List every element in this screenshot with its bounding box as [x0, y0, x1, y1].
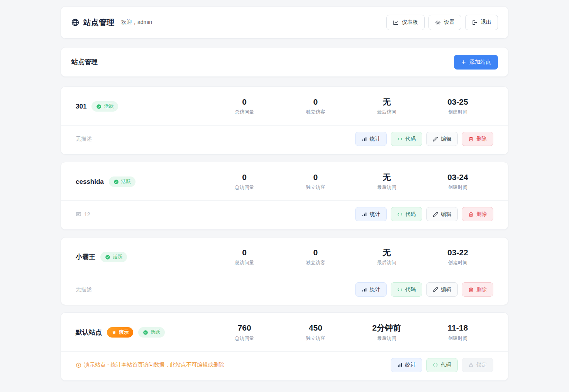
settings-button-label: 设置	[444, 19, 455, 26]
site-name: cesshida	[76, 178, 104, 186]
site-description-text: 演示站点 - 统计本站首页访问数据，此站点不可编辑或删除	[84, 361, 224, 368]
site-description: 12	[76, 211, 90, 217]
stat-label: 创建时间	[422, 260, 493, 266]
stat-value: 03-24	[422, 173, 493, 182]
code-button[interactable]: 代码	[391, 282, 422, 297]
code-button[interactable]: 代码	[391, 132, 422, 146]
demo-badge-label: 演示	[119, 329, 129, 336]
code-button[interactable]: 代码	[426, 358, 458, 372]
stats-button-label: 统计	[405, 361, 416, 368]
stat-label: 总访问量	[209, 109, 280, 115]
page-container: 站点管理 欢迎，admin 仪表板	[61, 0, 508, 381]
stat-label: 独立访客	[280, 335, 351, 342]
pencil-icon	[433, 136, 438, 142]
stat-value: 无	[351, 248, 422, 257]
delete-button-label: 删除	[476, 136, 487, 143]
stat-value: 0	[209, 248, 280, 257]
stat-value: 0	[280, 173, 351, 182]
stat-label: 独立访客	[280, 184, 351, 191]
header-actions: 仪表板 设置	[386, 15, 498, 30]
site-list-toolbar: 站点管理 添加站点	[61, 47, 508, 77]
stat-label: 最后访问	[351, 109, 422, 115]
site-card-bottom: 演示站点 - 统计本站首页访问数据，此站点不可编辑或删除 统计 代码 锁定	[61, 351, 508, 380]
site-name: 默认站点	[76, 328, 102, 337]
stat-label: 创建时间	[422, 109, 493, 115]
check-circle-icon	[143, 330, 148, 335]
gear-icon	[435, 20, 441, 25]
site-card: 小霸王 活跃 0总访问量 0独立访客 无最后访问 03-22创建时间 无描述	[61, 237, 508, 305]
stat-value: 无	[351, 97, 422, 107]
stats-button[interactable]: 统计	[355, 282, 387, 297]
stat-value: 760	[209, 323, 280, 333]
stat-value: 0	[280, 248, 351, 257]
site-card-top: cesshida 活跃 0总访问量 0独立访客 无最后访问 03-24创建时间	[61, 162, 508, 200]
stat-value: 无	[351, 173, 422, 182]
status-badge-label: 活跃	[113, 254, 122, 260]
stat-value: 450	[280, 323, 351, 333]
code-icon	[397, 136, 403, 142]
site-card-bottom: 12 统计 代码 编辑 删除	[61, 200, 508, 229]
check-circle-icon	[96, 104, 102, 109]
stat-label: 最后访问	[351, 184, 422, 191]
stat-label: 创建时间	[422, 184, 493, 191]
site-name: 小霸王	[76, 253, 95, 261]
stat-label: 独立访客	[280, 109, 351, 115]
welcome-text: 欢迎，admin	[121, 19, 152, 26]
code-icon	[397, 212, 403, 217]
edit-button[interactable]: 编辑	[426, 132, 458, 146]
edit-button[interactable]: 编辑	[426, 282, 458, 297]
bar-chart-icon	[362, 212, 367, 217]
lock-button-label: 锁定	[476, 361, 487, 368]
code-button-label: 代码	[441, 361, 451, 368]
delete-button[interactable]: 删除	[462, 207, 493, 221]
logout-button-label: 退出	[481, 19, 491, 26]
trash-icon	[468, 287, 474, 292]
check-circle-icon	[113, 179, 119, 185]
app-title: 站点管理	[83, 17, 114, 28]
dashboard-button[interactable]: 仪表板	[386, 15, 425, 30]
site-card-top: 默认站点 演示 活跃 760总访问量 450独立访客 2分钟前最后访问	[61, 313, 508, 351]
add-site-button[interactable]: 添加站点	[454, 55, 498, 70]
stat-label: 独立访客	[280, 260, 351, 266]
status-badge: 活跃	[138, 327, 165, 338]
site-card-top: 301 活跃 0总访问量 0独立访客 无最后访问 03-25创建时间	[61, 87, 508, 125]
code-icon	[397, 287, 403, 292]
bar-chart-icon	[362, 136, 367, 142]
section-title: 站点管理	[71, 58, 98, 66]
stats-button-label: 统计	[370, 211, 380, 218]
code-button-label: 代码	[405, 211, 416, 218]
delete-button[interactable]: 删除	[462, 132, 493, 146]
stats-button[interactable]: 统计	[355, 132, 387, 146]
logout-button[interactable]: 退出	[465, 15, 498, 30]
app-header: 站点管理 欢迎，admin 仪表板	[61, 6, 508, 39]
info-icon	[76, 362, 81, 368]
code-button[interactable]: 代码	[391, 207, 422, 221]
stat-value: 0	[209, 97, 280, 107]
site-stats: 0总访问量 0独立访客 无最后访问 03-24创建时间	[209, 173, 493, 191]
document-icon	[76, 211, 81, 217]
trash-icon	[468, 136, 474, 142]
stat-value: 03-25	[422, 97, 493, 107]
settings-button[interactable]: 设置	[428, 15, 461, 30]
site-card: cesshida 活跃 0总访问量 0独立访客 无最后访问 03-24创建时间 …	[61, 162, 508, 230]
stats-button[interactable]: 统计	[355, 207, 387, 221]
delete-button[interactable]: 删除	[462, 282, 493, 297]
site-description: 无描述	[76, 286, 92, 293]
lock-button: 锁定	[462, 358, 493, 372]
status-badge: 活跃	[91, 101, 118, 112]
demo-badge: 演示	[107, 327, 133, 338]
site-stats: 760总访问量 450独立访客 2分钟前最后访问 11-18创建时间	[209, 323, 493, 341]
site-card: 默认站点 演示 活跃 760总访问量 450独立访客 2分钟前最后访问	[61, 312, 508, 380]
code-button-label: 代码	[405, 286, 416, 293]
site-stats: 0总访问量 0独立访客 无最后访问 03-22创建时间	[209, 248, 493, 266]
stat-label: 最后访问	[351, 260, 422, 266]
status-badge: 活跃	[100, 252, 127, 262]
brand: 站点管理	[71, 17, 114, 28]
site-card-bottom: 无描述 统计 代码 编辑 删除	[61, 125, 508, 154]
edit-button[interactable]: 编辑	[426, 207, 458, 221]
site-name: 301	[76, 103, 86, 110]
code-button-label: 代码	[405, 136, 416, 143]
stat-label: 总访问量	[209, 184, 280, 191]
stats-button[interactable]: 统计	[391, 358, 422, 372]
dashboard-button-label: 仪表板	[402, 19, 418, 26]
